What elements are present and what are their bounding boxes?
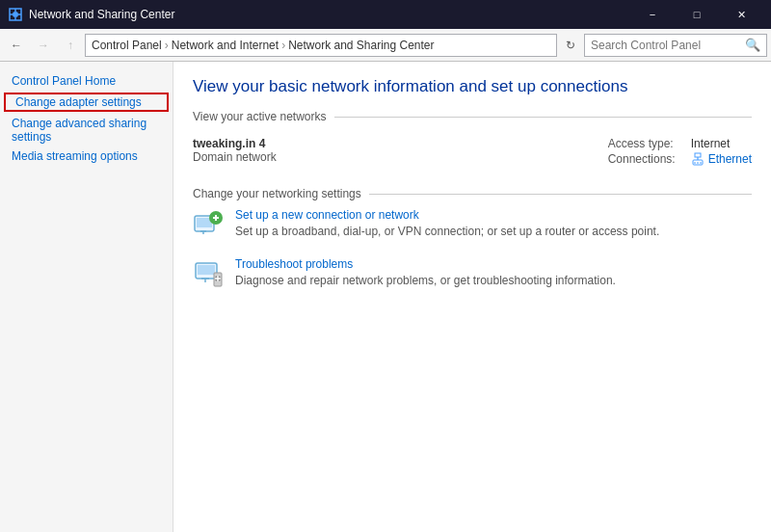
back-button[interactable]: ← xyxy=(4,33,29,58)
section-divider xyxy=(334,117,752,118)
connections-link[interactable]: Ethernet xyxy=(691,152,752,166)
troubleshoot-icon xyxy=(193,257,224,288)
setting-new-connection: Set up a new connection or network Set u… xyxy=(193,208,752,240)
forward-button[interactable]: → xyxy=(31,33,56,58)
address-bar: ← → ↑ Control Panel › Network and Intern… xyxy=(0,29,771,62)
sidebar: Control Panel Home Change adapter settin… xyxy=(0,62,173,532)
setting-troubleshoot: Troubleshoot problems Diagnose and repai… xyxy=(193,257,752,289)
troubleshoot-link[interactable]: Troubleshoot problems xyxy=(235,257,752,271)
new-connection-link[interactable]: Set up a new connection or network xyxy=(235,208,752,222)
close-button[interactable]: ✕ xyxy=(719,0,763,29)
ethernet-icon xyxy=(691,152,705,166)
up-button[interactable]: ↑ xyxy=(58,33,83,58)
window-icon xyxy=(8,7,23,22)
troubleshoot-desc: Diagnose and repair network problems, or… xyxy=(235,274,616,287)
new-connection-text: Set up a new connection or network Set u… xyxy=(235,208,752,240)
title-bar: Network and Sharing Center − □ ✕ xyxy=(0,0,771,29)
window-title: Network and Sharing Center xyxy=(29,8,630,21)
network-type: Domain network xyxy=(193,150,608,164)
active-networks-label: View your active networks xyxy=(193,110,327,123)
networking-settings: Change your networking settings xyxy=(193,187,752,289)
network-access-block: Access type: Internet Connections: xyxy=(608,137,752,166)
address-path[interactable]: Control Panel › Network and Internet › N… xyxy=(85,34,557,57)
access-type-value: Internet xyxy=(691,137,731,150)
network-info: tweaking.in 4 Domain network Access type… xyxy=(193,131,752,172)
new-connection-icon xyxy=(193,208,224,239)
networking-settings-label: Change your networking settings xyxy=(193,187,361,200)
access-type-row: Access type: Internet xyxy=(608,137,752,150)
troubleshoot-text: Troubleshoot problems Diagnose and repai… xyxy=(235,257,752,289)
search-input[interactable] xyxy=(591,39,741,52)
sidebar-item-media-streaming[interactable]: Media streaming options xyxy=(0,146,173,166)
breadcrumb-sep-1: › xyxy=(165,39,169,52)
page-title: View your basic network information and … xyxy=(193,77,752,96)
sidebar-item-change-advanced-sharing[interactable]: Change advanced sharing settings xyxy=(0,114,173,146)
refresh-button[interactable]: ↻ xyxy=(559,34,582,57)
window-controls: − □ ✕ xyxy=(630,0,763,29)
breadcrumb-network-internet: Network and Internet xyxy=(172,39,279,52)
minimize-button[interactable]: − xyxy=(630,0,675,29)
svg-point-1 xyxy=(13,12,18,17)
content-area: View your basic network information and … xyxy=(173,62,771,532)
access-type-label: Access type: xyxy=(608,137,685,150)
connections-row: Connections: Ethern xyxy=(608,152,752,166)
ethernet-label: Ethernet xyxy=(708,152,752,166)
network-name-block: tweaking.in 4 Domain network xyxy=(193,137,608,166)
breadcrumb-control-panel: Control Panel xyxy=(92,39,162,52)
sidebar-item-change-adapter-settings[interactable]: Change adapter settings xyxy=(4,93,169,112)
search-box[interactable]: 🔍 xyxy=(584,34,767,57)
networking-settings-header: Change your networking settings xyxy=(193,187,752,200)
svg-rect-20 xyxy=(198,265,215,275)
search-icon: 🔍 xyxy=(745,38,760,52)
maximize-button[interactable]: □ xyxy=(675,0,719,29)
network-name: tweaking.in 4 xyxy=(193,137,608,150)
breadcrumb-current: Network and Sharing Center xyxy=(288,39,434,52)
main-layout: Control Panel Home Change adapter settin… xyxy=(0,62,771,532)
svg-rect-6 xyxy=(695,153,701,157)
breadcrumb-sep-2: › xyxy=(281,39,285,52)
sidebar-item-control-panel-home[interactable]: Control Panel Home xyxy=(0,71,173,91)
section-divider-2 xyxy=(369,194,752,195)
active-networks-header: View your active networks xyxy=(193,110,752,123)
new-connection-desc: Set up a broadband, dial-up, or VPN conn… xyxy=(235,225,659,238)
connections-label: Connections: xyxy=(608,152,685,166)
